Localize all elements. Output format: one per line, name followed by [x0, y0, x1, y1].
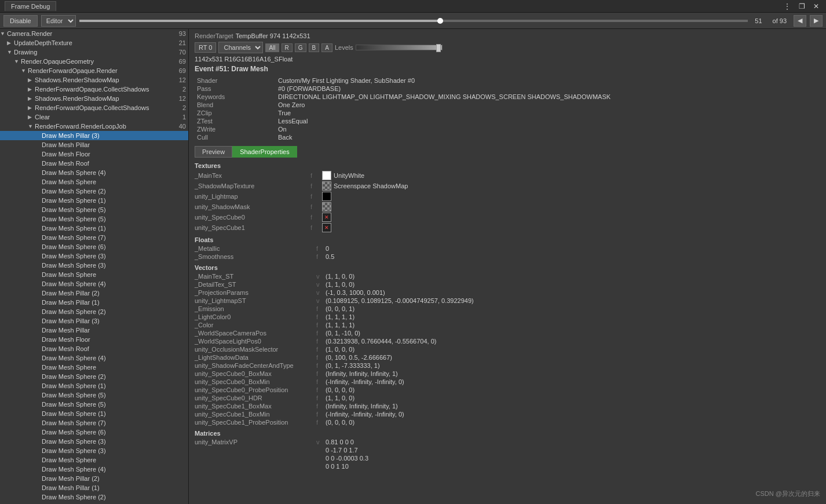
r-channel-btn[interactable]: R — [282, 43, 293, 52]
tree-item[interactable]: Draw Mesh Sphere (4) — [0, 353, 188, 363]
rt-dropdown[interactable]: Channels — [218, 42, 263, 53]
tree-label: Draw Mesh Sphere (7) — [42, 419, 188, 426]
tree-item[interactable]: Draw Mesh Pillar (3) — [0, 316, 188, 326]
tree-item[interactable]: Draw Mesh Sphere (4) — [0, 279, 188, 288]
disable-button[interactable]: Disable — [3, 15, 38, 27]
prop-name: ZWrite — [195, 125, 276, 133]
tree-label: Draw Mesh Pillar (1) — [42, 299, 188, 306]
b-channel-btn[interactable]: B — [309, 43, 320, 52]
tree-item[interactable]: Draw Mesh Sphere (6) — [0, 428, 188, 437]
matrix-row-value: 0.81 0 0 0 — [326, 439, 354, 445]
tree-item[interactable]: Draw Mesh Pillar (2) — [0, 474, 188, 483]
vector-value: (0, 1, -10, 0) — [326, 330, 360, 337]
tree-item[interactable]: Draw Mesh Sphere (5) — [0, 390, 188, 400]
editor-select[interactable]: Editor — [41, 15, 76, 27]
tree-item[interactable]: Draw Mesh Sphere — [0, 455, 188, 465]
vector-name: _WorldSpaceLightPos0 — [195, 338, 316, 345]
rt0-label[interactable]: RT 0 — [195, 42, 216, 53]
tree-item[interactable]: ▶ Shadows.RenderShadowMap 12 — [0, 94, 188, 103]
tree-item[interactable]: Draw Mesh Sphere (1) — [0, 409, 188, 418]
texture-name: unity_SpecCube0 — [195, 214, 310, 221]
close-icon[interactable]: ✕ — [811, 2, 821, 10]
tree-item[interactable]: Draw Mesh Sphere (7) — [0, 418, 188, 428]
tree-item[interactable]: Draw Mesh Sphere (2) — [0, 307, 188, 316]
title-tab[interactable]: Frame Debug — [5, 1, 56, 11]
tree-item[interactable]: Draw Mesh Sphere (3) — [0, 261, 188, 270]
texture-item: _ShadowMapTexture f Screenspace ShadowMa… — [195, 181, 820, 191]
tree-item[interactable]: Draw Mesh Pillar (1) — [0, 483, 188, 492]
vector-type: v — [316, 289, 326, 296]
tree-arrow: ▶ — [7, 40, 14, 46]
preview-tab[interactable]: Preview — [195, 146, 232, 158]
tree-item[interactable]: ▶ UpdateDepthTexture 21 — [0, 38, 188, 48]
tree-item[interactable]: Draw Mesh Sphere (1) — [0, 196, 188, 205]
prev-frame-button[interactable]: ◀ — [794, 15, 806, 27]
frame-slider-container[interactable] — [79, 20, 748, 22]
tree-item[interactable]: Draw Mesh Sphere — [0, 177, 188, 187]
tree-item[interactable]: Draw Mesh Sphere (6) — [0, 242, 188, 251]
tree-item[interactable]: ▼ RenderForward.RenderLoopJob 40 — [0, 122, 188, 131]
prop-value: True — [276, 109, 820, 117]
tree-item[interactable]: Draw Mesh Sphere (3) — [0, 446, 188, 455]
shader-properties-tab[interactable]: ShaderProperties — [232, 146, 297, 158]
tree-item[interactable]: Draw Mesh Roof — [0, 344, 188, 353]
tree-item[interactable]: ▶ RenderForwardOpaque.CollectShadows 2 — [0, 103, 188, 112]
tree-item[interactable]: Draw Mesh Sphere (4) — [0, 168, 188, 177]
prop-value: Back — [276, 133, 820, 141]
vector-name: unity_LightmapST — [195, 297, 316, 304]
tree-item[interactable]: Draw Mesh Pillar (2) — [0, 288, 188, 298]
frame-slider[interactable] — [79, 20, 748, 22]
render-target-label: RenderTarget — [195, 32, 233, 39]
tree-item[interactable]: Draw Mesh Sphere (1) — [0, 381, 188, 390]
tree-item[interactable]: Draw Mesh Pillar (1) — [0, 298, 188, 307]
tree-item[interactable]: Draw Mesh Sphere (1) — [0, 224, 188, 233]
tree-arrow: ▶ — [28, 77, 35, 83]
all-channel-btn[interactable]: All — [265, 43, 279, 52]
tree-item[interactable]: ▼ Render.OpaqueGeometry 69 — [0, 57, 188, 66]
tree-item[interactable]: Draw Mesh Pillar — [0, 140, 188, 149]
menu-icon[interactable]: ⋮ — [781, 2, 793, 10]
tree-item[interactable]: Draw Mesh Sphere (3) — [0, 437, 188, 446]
tree-item[interactable]: Draw Mesh Floor — [0, 149, 188, 159]
tree-label: Draw Mesh Roof — [42, 160, 188, 167]
tree-item[interactable]: ▼ Drawing 70 — [0, 48, 188, 57]
tree-label: Render.OpaqueGeometry — [21, 58, 171, 65]
tree-item[interactable]: Draw Mesh Pillar — [0, 326, 188, 335]
tree-item[interactable]: ▼ Camera.Render 93 — [0, 29, 188, 38]
texture-swatch — [322, 192, 331, 201]
a-channel-btn[interactable]: A — [321, 43, 332, 52]
tree-item[interactable]: ▶ Clear 1 — [0, 112, 188, 122]
tree-item[interactable]: ▶ RenderForwardOpaque.CollectShadows 2 — [0, 85, 188, 94]
tree-item[interactable]: ▶ Shadows.RenderShadowMap 12 — [0, 75, 188, 85]
tree-item[interactable]: Draw Mesh Roof — [0, 159, 188, 168]
tree-item[interactable]: ▶ Camera.RenderSkybox 1 — [0, 502, 188, 504]
tree-item[interactable]: Draw Mesh Sphere (5) — [0, 400, 188, 409]
tree-item[interactable]: Draw Mesh Sphere (7) — [0, 233, 188, 242]
render-target-value: TempBuffer 974 1142x531 — [236, 32, 310, 39]
tree-label: Draw Mesh Sphere (2) — [42, 308, 188, 315]
tree-item[interactable]: Draw Mesh Sphere (5) — [0, 214, 188, 224]
tree-item[interactable]: Draw Mesh Sphere (3) — [0, 251, 188, 261]
texture-name: unity_Lightmap — [195, 193, 310, 200]
tree-item[interactable]: Draw Mesh Pillar (3) — [0, 131, 188, 140]
restore-icon[interactable]: ❐ — [796, 2, 807, 10]
tree-item[interactable]: Draw Mesh Sphere (2) — [0, 372, 188, 381]
prop-value: DIRECTIONAL LIGHTMAP_ON LIGHTMAP_SHADOW_… — [276, 93, 820, 101]
tree-item[interactable]: Draw Mesh Sphere (2) — [0, 187, 188, 196]
tree-item[interactable]: Draw Mesh Sphere — [0, 270, 188, 279]
vector-value: (1, 1, 0, 0) — [326, 281, 354, 288]
matrix-row: unity_MatrixVP v 0.81 0 0 0 — [195, 438, 820, 446]
tree-item[interactable]: Draw Mesh Sphere — [0, 363, 188, 372]
tree-item[interactable]: ▼ RenderForwardOpaque.Render 69 — [0, 66, 188, 75]
tree-count: 12 — [171, 95, 188, 102]
tree-label: Camera.Render — [7, 30, 171, 37]
vector-name: unity_SpecCube0_ProbePosition — [195, 386, 316, 393]
tree-item[interactable]: Draw Mesh Floor — [0, 335, 188, 344]
next-frame-button[interactable]: ▶ — [810, 15, 823, 27]
tree-label: Draw Mesh Pillar — [42, 141, 188, 148]
g-channel-btn[interactable]: G — [295, 43, 306, 52]
tree-item[interactable]: Draw Mesh Sphere (2) — [0, 492, 188, 502]
tree-item[interactable]: Draw Mesh Sphere (4) — [0, 465, 188, 474]
tree-label: Draw Mesh Sphere — [42, 364, 188, 371]
tree-item[interactable]: Draw Mesh Sphere (5) — [0, 205, 188, 214]
